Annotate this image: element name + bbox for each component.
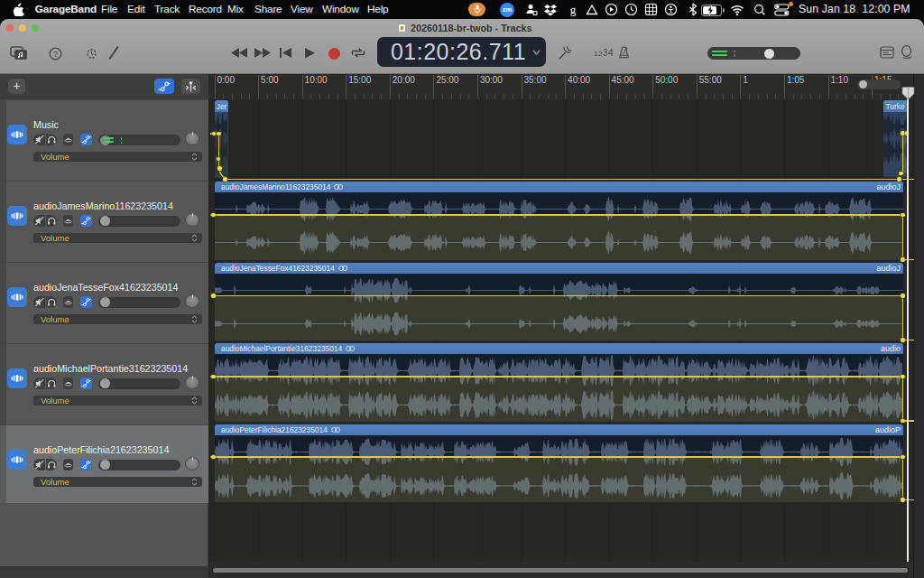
svg-text:g: g <box>570 3 577 16</box>
